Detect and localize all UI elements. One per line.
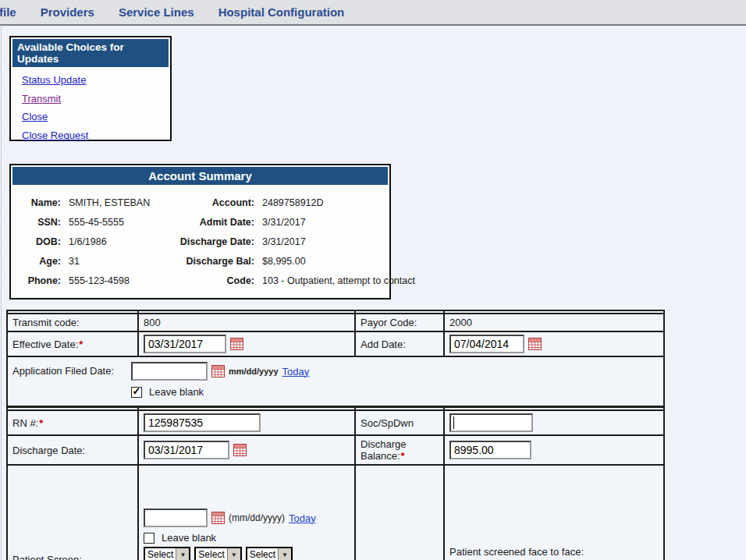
add-date-label: Add Date: <box>361 338 406 350</box>
dob-value: 1/6/1986 <box>69 232 170 251</box>
account-summary-grid: Name: SMITH, ESTEBAN Account: 2489758912… <box>11 186 389 298</box>
ssn-label: SSN: <box>17 212 61 232</box>
select-value: Select <box>196 548 226 560</box>
name-label: Name: <box>17 193 61 212</box>
form-table-bottom: RN #:* Soc/SpDwn Discharge Date: Dischar… <box>6 406 665 560</box>
nav-item-service-lines[interactable]: Service Lines <box>119 5 194 19</box>
nav-item-providers[interactable]: Providers <box>41 5 94 19</box>
patient-screen-date-input[interactable] <box>144 509 208 527</box>
chevron-down-icon: ▼ <box>278 548 291 560</box>
soc-spdwn-label: Soc/SpDwn <box>361 417 414 429</box>
text-cursor <box>453 416 454 429</box>
effective-date-label: Effective Date: <box>12 338 78 350</box>
rn-number-label: RN #: <box>12 417 38 429</box>
leave-blank-checkbox[interactable] <box>144 533 155 544</box>
today-link[interactable]: Today <box>289 512 316 524</box>
leave-blank-checkbox[interactable] <box>131 387 142 398</box>
calendar-icon[interactable] <box>230 338 243 350</box>
calendar-icon[interactable] <box>211 512 225 524</box>
select-value: Select <box>145 548 176 560</box>
required-marker: * <box>39 417 43 429</box>
discharge-bal-value: $8,995.00 <box>262 251 415 271</box>
top-nav: file Providers Service Lines Hospital Co… <box>0 0 746 26</box>
transmit-code-value: 800 <box>144 317 161 328</box>
empty-cell <box>355 465 444 560</box>
frame-border <box>1 27 2 560</box>
payor-code-value-cell: 2000 <box>444 314 664 331</box>
leave-blank-label: Leave blank <box>149 386 204 398</box>
calendar-icon[interactable] <box>233 444 247 456</box>
choices-link-list: Status Update Transmit Close Close Reque… <box>11 69 170 140</box>
discharge-balance-label: Discharge Balance: <box>361 438 407 462</box>
name-value: SMITH, ESTEBAN <box>69 193 170 212</box>
effective-date-input[interactable] <box>144 335 226 353</box>
account-value: 2489758912D <box>262 193 415 212</box>
account-label: Account: <box>178 193 254 212</box>
calendar-icon[interactable] <box>528 338 542 350</box>
application-filed-date-input[interactable] <box>131 362 208 381</box>
link-transmit[interactable]: Transmit <box>22 94 170 105</box>
add-date-input[interactable] <box>449 335 524 353</box>
age-value: 31 <box>69 251 170 271</box>
link-close-request[interactable]: Close Request <box>22 130 170 141</box>
required-marker: * <box>79 338 83 350</box>
patient-screen-select-2[interactable]: Select▼ <box>194 547 241 560</box>
discharge-date-input[interactable] <box>144 441 229 459</box>
date-format-hint: (mm/dd/yyyy) <box>229 512 285 523</box>
soc-spdwn-input[interactable] <box>449 413 533 432</box>
account-summary-title: Account Summary <box>12 167 388 185</box>
today-link[interactable]: Today <box>282 366 310 377</box>
chevron-down-icon: ▼ <box>176 548 189 560</box>
discharge-date-value: 3/31/2017 <box>262 232 415 251</box>
chevron-down-icon: ▼ <box>227 548 240 560</box>
transmit-code-label: Transmit code: <box>12 317 80 328</box>
admit-date-value: 3/31/2017 <box>262 212 415 232</box>
nav-item-hospital-configuration[interactable]: Hospital Configuration <box>218 5 345 19</box>
select-value: Select <box>247 548 278 560</box>
link-close[interactable]: Close <box>22 112 170 122</box>
account-summary-panel: Account Summary Name: SMITH, ESTEBAN Acc… <box>9 164 391 299</box>
admit-date-label: Admit Date: <box>178 212 254 232</box>
phone-label: Phone: <box>17 271 61 290</box>
nav-item-file[interactable]: file <box>0 5 16 19</box>
payor-code-label: Payor Code: <box>361 317 417 328</box>
discharge-balance-input[interactable] <box>449 441 531 459</box>
screened-f2f-label: Patient screened face to face: <box>449 546 659 558</box>
link-status-update[interactable]: Status Update <box>22 75 170 86</box>
discharge-bal-label: Discharge Bal: <box>178 251 254 271</box>
patient-screen-select-3[interactable]: Select▼ <box>246 547 293 560</box>
required-marker: * <box>401 450 405 462</box>
leave-blank-label: Leave blank <box>162 532 216 544</box>
rn-number-input[interactable] <box>144 413 261 432</box>
phone-value: 555-123-4598 <box>69 271 170 290</box>
available-choices-panel: Available Choices for Updates Status Upd… <box>9 36 172 141</box>
age-label: Age: <box>17 251 61 271</box>
date-format-hint: mm/dd/yyyy <box>229 367 279 376</box>
code-value: 103 - Outpatient, attempt to contact <box>262 271 415 290</box>
payor-code-label-cell: Payor Code: <box>355 314 444 331</box>
transmit-code-value-cell: 800 <box>138 314 355 331</box>
application-filed-date-label: Application Filed Date: <box>12 362 131 377</box>
transmit-code-label-cell: Transmit code: <box>7 314 138 331</box>
patient-screen-label: Patient Screen: <box>12 554 82 560</box>
code-label: Code: <box>178 271 254 290</box>
calendar-icon[interactable] <box>211 365 225 377</box>
form-table-top: Transmit code: 800 Payor Code: 2000 Effe… <box>6 310 665 407</box>
dob-label: DOB: <box>17 232 61 251</box>
ssn-value: 555-45-5555 <box>69 212 170 232</box>
discharge-date-label: Discharge Date: <box>178 232 254 251</box>
payor-code-value: 2000 <box>449 317 472 328</box>
discharge-date-label: Discharge Date: <box>12 445 85 456</box>
patient-screen-select-1[interactable]: Select▼ <box>144 547 190 560</box>
available-choices-title: Available Choices for Updates <box>12 39 169 67</box>
